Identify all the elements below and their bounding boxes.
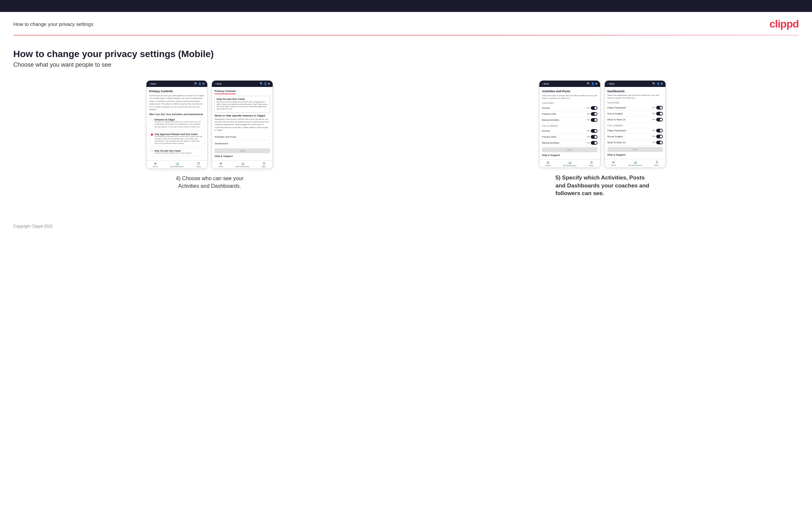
screen-bottom-nav-3: ⊞ Home 📊 My Performance ☰ Menu bbox=[539, 159, 600, 168]
radio-option-followers[interactable]: Only Approved Followers and Your Coach O… bbox=[149, 131, 205, 147]
mobile-screen-4: < Back 🔍 👤 ⚙ Dashboards Select the dashb… bbox=[604, 80, 666, 168]
breadcrumb: How to change your privacy settings bbox=[13, 21, 93, 27]
toggle-followers-player-dash: Player Dashboard ON bbox=[607, 128, 663, 134]
mobile-screen-3: < Back 🔍 👤 ⚙ Activities and Posts Select… bbox=[539, 80, 601, 168]
toggle-coaches-playerdash-switch[interactable] bbox=[656, 106, 663, 110]
menu-row-dashboards[interactable]: Dashboards › bbox=[214, 140, 270, 147]
nav-icons-3: 🔍 👤 ⚙ bbox=[587, 82, 597, 85]
caption-5: 5) Specify which Activities, Posts and D… bbox=[556, 174, 649, 198]
screen-group-2: < Back 🔍 👤 ⚙ Activities and Posts Select… bbox=[406, 80, 799, 198]
radio-desc-followers: Only approved followers and coaches you … bbox=[154, 135, 203, 145]
toggle-coaches-rounds: Rounds ON bbox=[542, 105, 598, 111]
nav-icons-4: 🔍 👤 ⚙ bbox=[652, 82, 663, 85]
toggle-followers-drills: Practice Drills ON bbox=[542, 134, 598, 140]
toggle-followers-round-insights: Round Insights ON bbox=[607, 134, 663, 140]
nav-menu-1[interactable]: ☰ Menu bbox=[196, 162, 201, 168]
back-button-4[interactable]: < Back bbox=[607, 82, 615, 85]
screen1-body-text: Control how you and your data appears to… bbox=[149, 94, 205, 111]
toggle-followers-drills-switch[interactable] bbox=[591, 135, 598, 139]
toggle-followers-roundinsights-switch[interactable] bbox=[656, 135, 663, 138]
radio-desc-everyone: Everyone on Clippd can search for you an… bbox=[154, 121, 203, 128]
followers-label-3: FOLLOWERS bbox=[542, 125, 598, 127]
screens-pair-1: < Back 🔍 👤 ⚙ Privacy Controls Control ho… bbox=[146, 80, 273, 169]
nav-performance-1[interactable]: 📊 My Performance bbox=[170, 162, 184, 168]
toggle-followers-manual-switch[interactable] bbox=[591, 141, 598, 145]
toggle-coaches-roundinsights-switch[interactable] bbox=[656, 112, 663, 115]
show-hide-title: Show or hide specific features in Clippd bbox=[214, 114, 270, 117]
copyright: Copyright Clippd 2022 bbox=[13, 224, 53, 229]
radio-option-coach-only[interactable]: Only You and Your Coach Only you and the… bbox=[149, 148, 205, 156]
nav-home-3[interactable]: ⊞ Home bbox=[546, 161, 551, 167]
save-button-2[interactable]: Save bbox=[214, 148, 270, 153]
toggle-coaches-manual-switch[interactable] bbox=[591, 118, 598, 122]
screen-body-1: Privacy Controls Control how you and you… bbox=[146, 87, 207, 160]
nav-menu-3[interactable]: ☰ Menu bbox=[589, 161, 594, 167]
privacy-tab[interactable]: Privacy Controls bbox=[214, 90, 236, 94]
screen1-title: Privacy Controls bbox=[149, 90, 205, 93]
radio-option-everyone[interactable]: Everyone on Clippd Everyone on Clippd ca… bbox=[149, 117, 205, 129]
back-button-2[interactable]: < Back bbox=[214, 82, 222, 85]
radio-circle-everyone bbox=[151, 119, 153, 121]
screen-nav-2: < Back 🔍 👤 ⚙ bbox=[212, 80, 273, 87]
screen-bottom-nav-4: ⊞ Home 📊 My Performance ☰ Menu bbox=[605, 159, 666, 167]
nav-home-1[interactable]: ⊞ Home bbox=[153, 162, 158, 168]
toggle-followers-what-to-work: What To Work On ON bbox=[607, 140, 663, 146]
nav-home-2[interactable]: ⊞ Home bbox=[218, 162, 223, 168]
screen1-who-label: Who Can See Your Activities and Dashboar… bbox=[149, 113, 205, 116]
screen-bottom-nav-2: ⊞ Home 📊 My Performance ☰ Menu bbox=[212, 160, 273, 169]
back-button-1[interactable]: < Back bbox=[149, 82, 156, 85]
nav-performance-2[interactable]: 📊 My Performance bbox=[236, 162, 249, 168]
top-bar bbox=[0, 0, 812, 12]
back-button-3[interactable]: < Back bbox=[542, 82, 549, 85]
nav-performance-3[interactable]: 📊 My Performance bbox=[563, 161, 576, 167]
footer: Copyright Clippd 2022 bbox=[0, 217, 812, 235]
nav-performance-4[interactable]: 📊 My Performance bbox=[629, 161, 642, 166]
menu-row-activities[interactable]: Activities and Posts › bbox=[214, 134, 270, 140]
toggle-followers-manual: Manual Activities ON bbox=[542, 140, 598, 146]
coaches-label-4: COACHES bbox=[607, 102, 663, 104]
save-button-3[interactable]: Save bbox=[542, 147, 598, 152]
screen-nav-3: < Back 🔍 👤 ⚙ bbox=[539, 80, 600, 87]
screen-bottom-nav-1: ⊞ Home 📊 My Performance ☰ Menu bbox=[146, 160, 207, 169]
screen-body-3: Activities and Posts Select the types of… bbox=[539, 87, 600, 159]
screen3-desc: Select the types of activity that you'd … bbox=[542, 94, 598, 100]
screen-nav-1: < Back 🔍 👤 ⚙ bbox=[146, 80, 207, 87]
main-content: How to change your privacy settings (Mob… bbox=[0, 36, 812, 217]
toggle-coaches-player-dash: Player Dashboard ON bbox=[607, 105, 663, 111]
nav-menu-2[interactable]: ☰ Menu bbox=[262, 162, 266, 168]
radio-circle-coach-only bbox=[151, 150, 153, 152]
toggle-coaches-rounds-switch[interactable] bbox=[591, 106, 598, 110]
toggle-followers-rounds-switch[interactable] bbox=[591, 129, 598, 133]
toggle-followers-playerdash-switch[interactable] bbox=[656, 129, 663, 132]
help-support-2: Help & Support bbox=[214, 155, 270, 158]
tooltip-box: Only You and Your Coach Only you and the… bbox=[214, 96, 270, 112]
show-hide-text: Regardless of the privacy controls that … bbox=[214, 118, 270, 132]
mobile-screen-1: < Back 🔍 👤 ⚙ Privacy Controls Control ho… bbox=[146, 80, 208, 169]
screen-body-4: Dashboards Select the dashboards that yo… bbox=[605, 87, 666, 159]
toggle-followers-whattowork-switch[interactable] bbox=[656, 141, 663, 144]
save-button-4[interactable]: Save bbox=[607, 147, 663, 152]
coaches-label-3: COACHES bbox=[542, 102, 598, 104]
screen-group-1: < Back 🔍 👤 ⚙ Privacy Controls Control ho… bbox=[13, 80, 406, 190]
toggle-coaches-round-insights: Round Insights ON bbox=[607, 111, 663, 117]
logo: clippd bbox=[769, 18, 799, 30]
followers-label-4: FOLLOWERS bbox=[607, 124, 663, 127]
toggle-coaches-drills-switch[interactable] bbox=[591, 112, 598, 116]
screen4-title: Dashboards bbox=[607, 90, 663, 93]
radio-label-followers: Only Approved Followers and Your Coach bbox=[154, 133, 203, 135]
screen3-title: Activities and Posts bbox=[542, 90, 598, 93]
page-subtitle: Choose what you want people to see bbox=[13, 61, 799, 68]
toggle-coaches-whattowork-switch[interactable] bbox=[656, 118, 663, 121]
screens-row: < Back 🔍 👤 ⚙ Privacy Controls Control ho… bbox=[13, 80, 799, 198]
screen-nav-4: < Back 🔍 👤 ⚙ bbox=[605, 80, 666, 87]
nav-icons-1: 🔍 👤 ⚙ bbox=[194, 82, 205, 85]
help-support-3: Help & Support bbox=[542, 154, 598, 157]
radio-circle-followers bbox=[151, 133, 153, 136]
screen4-desc: Select the dashboards that you'd like to… bbox=[607, 94, 663, 100]
toggle-coaches-manual: Manual Activities ON bbox=[542, 117, 598, 123]
tooltip-text: Only you and the coaches you connect wit… bbox=[216, 101, 268, 111]
nav-home-4[interactable]: ⊞ Home bbox=[611, 161, 616, 166]
toggle-followers-rounds: Rounds ON bbox=[542, 128, 598, 134]
nav-menu-4[interactable]: ☰ Menu bbox=[655, 161, 659, 166]
screens-pair-2: < Back 🔍 👤 ⚙ Activities and Posts Select… bbox=[539, 80, 666, 168]
